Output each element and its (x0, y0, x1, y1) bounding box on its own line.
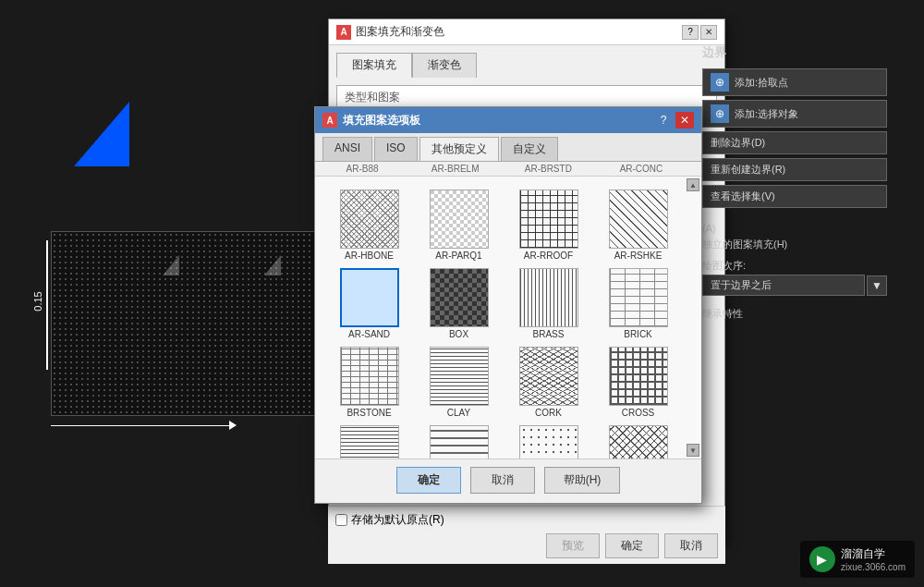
inner-help-btn[interactable]: 帮助(H) (544, 467, 621, 494)
draw-order-dropdown-arrow[interactable]: ▼ (867, 275, 887, 296)
pattern-ar-parq1[interactable]: AR-PARQ1 (416, 188, 502, 263)
header-ar-brelm: AR-BRELM (414, 164, 497, 174)
boundary-panel: 边界 ⊕ 添加:拾取点 ⊕ 添加:选择对象 删除边界(D) 重新创建边界(R) … (702, 44, 887, 324)
pattern-img-brass (519, 268, 578, 327)
inner-tab-ansi[interactable]: ANSI (322, 137, 372, 161)
preview-button[interactable]: 预览 (546, 533, 600, 558)
add-select-icon: ⊕ (711, 104, 729, 123)
pattern-header-row: AR-B88 AR-BRELM AR-BRSTD AR-CONC (315, 162, 701, 177)
pattern-ar-rroof[interactable]: AR-RROOF (505, 188, 591, 263)
cad-arrow-line (51, 425, 236, 426)
view-selection-button[interactable]: 查看选择集(V) (702, 185, 887, 208)
pattern-dolmit[interactable]: DOLMIT (416, 423, 502, 459)
hatch-dots-pattern (52, 232, 336, 415)
pattern-ar-hbone[interactable]: AR-HBONE (326, 188, 412, 263)
pattern-img-ar-parq1 (430, 190, 489, 249)
header-ar-b88: AR-B88 (321, 164, 404, 174)
pattern-ar-sand[interactable]: AR-SAND (326, 266, 412, 341)
default-origin-label: 存储为默认原点(R) (351, 512, 444, 528)
pattern-img-dots (519, 425, 578, 459)
add-select-object-button[interactable]: ⊕ 添加:选择对象 (702, 100, 887, 128)
inner-dialog-titlebar: A 填充图案选项板 ? ✕ (315, 107, 701, 133)
watermark-icon: ▶ (809, 546, 835, 572)
watermark-text-block: 溜溜自学 zixue.3066.com (841, 546, 906, 572)
recreate-boundary-button[interactable]: 重新创建边界(R) (702, 158, 887, 181)
outer-bottom-buttons: 预览 确定 取消 (335, 533, 718, 558)
outer-confirm-button[interactable]: 确定 (605, 533, 659, 558)
remove-boundary-button[interactable]: 删除边界(D) (702, 131, 887, 154)
pattern-img-ar-hbone (340, 190, 399, 249)
pattern-label-ar-parq1: AR-PARQ1 (435, 251, 481, 261)
pattern-img-cross (609, 347, 668, 406)
pattern-img-dolmit (430, 425, 489, 459)
pattern-label-brass: BRASS (533, 329, 565, 339)
outer-titlebar-left: A 图案填充和渐变色 (336, 24, 444, 40)
pattern-grid-scroll[interactable]: AR-HBONE AR-PARQ1 AR-RROOF AR-RSHKE (315, 177, 701, 459)
pattern-label-ar-rroof: AR-RROOF (524, 251, 573, 261)
outer-help-button[interactable]: ? (682, 25, 699, 40)
pattern-brass[interactable]: BRASS (505, 266, 591, 341)
add-pickup-icon: ⊕ (711, 73, 729, 92)
section-a-label: (A) (702, 223, 887, 234)
pattern-img-brstone (340, 347, 399, 406)
pattern-ar-rshke[interactable]: AR-RSHKE (595, 188, 681, 263)
pattern-img-ar-rshke (609, 190, 668, 249)
pattern-img-cork (519, 347, 578, 406)
pattern-dots[interactable]: DOTS (505, 423, 591, 459)
pattern-brick[interactable]: BRICK (595, 266, 681, 341)
tab-hatch[interactable]: 图案填充 (336, 53, 412, 78)
remove-boundary-label: 删除边界(D) (711, 136, 765, 150)
outer-dialog-bottom: 存储为默认原点(R) 预览 确定 取消 (328, 506, 725, 564)
default-origin-checkbox[interactable] (335, 514, 347, 526)
inner-dialog-buttons: 确定 取消 帮助(H) (315, 459, 701, 501)
pattern-img-ar-sand (340, 268, 399, 327)
inner-tab-other[interactable]: 其他预定义 (419, 137, 499, 161)
independent-hatch-label: 独立的图案填充(H) (702, 238, 887, 251)
inner-close-button[interactable]: ✕ (675, 112, 694, 128)
inner-help-button[interactable]: ? (654, 112, 673, 128)
pattern-clay[interactable]: CLAY (416, 345, 502, 420)
inner-dialog-title: 填充图案选项板 (343, 113, 420, 128)
pattern-label-cross: CROSS (622, 408, 655, 418)
pattern-grid: AR-HBONE AR-PARQ1 AR-RROOF AR-RSHKE (321, 182, 687, 459)
watermark: ▶ 溜溜自学 zixue.3066.com (800, 541, 915, 578)
inner-tab-iso[interactable]: ISO (374, 137, 418, 161)
add-select-label: 添加:选择对象 (735, 107, 798, 121)
pattern-dash[interactable]: DASH (326, 423, 412, 459)
outer-tabs-row: 图案填充 渐变色 (336, 53, 717, 78)
pattern-box[interactable]: BOX (416, 266, 502, 341)
cad-hatch-rectangle (51, 231, 337, 416)
inner-cancel-button[interactable]: 取消 (470, 467, 535, 494)
pattern-label-clay: CLAY (447, 408, 470, 418)
inner-titlebar-buttons: ? ✕ (654, 112, 694, 128)
pattern-scroll-area: AR-HBONE AR-PARQ1 AR-RROOF AR-RSHKE (315, 177, 701, 459)
pattern-img-earth (609, 425, 668, 459)
draw-order-select[interactable]: 置于边界之后 (702, 275, 865, 296)
pattern-label-box: BOX (449, 329, 468, 339)
inner-app-icon: A (322, 113, 337, 128)
view-selection-label: 查看选择集(V) (711, 190, 775, 203)
pattern-cross[interactable]: CROSS (595, 345, 681, 420)
outer-cancel-button[interactable]: 取消 (664, 533, 718, 558)
pattern-label-ar-hbone: AR-HBONE (345, 251, 394, 261)
outer-close-button[interactable]: ✕ (700, 25, 717, 40)
scroll-up-arrow[interactable]: ▲ (687, 178, 699, 191)
tab-gradient[interactable]: 渐变色 (412, 53, 477, 78)
inner-confirm-button[interactable]: 确定 (396, 467, 461, 494)
scroll-down-arrow[interactable]: ▼ (687, 444, 699, 457)
pattern-earth[interactable]: EARTH (595, 423, 681, 459)
pattern-label-cork: CORK (535, 408, 562, 418)
draw-order-label: 绘图次序: (702, 259, 887, 273)
inner-tab-custom[interactable]: 自定义 (501, 137, 558, 161)
watermark-brand-name: 溜溜自学 (841, 546, 906, 562)
checkbox-row: 存储为默认原点(R) (335, 512, 718, 528)
pattern-brstone[interactable]: BRSTONE (326, 345, 412, 420)
inherit-title-label: 继承特性 (702, 307, 887, 321)
pattern-img-ar-rroof (519, 190, 578, 249)
pattern-cork[interactable]: CORK (505, 345, 591, 420)
add-pickup-label: 添加:拾取点 (735, 76, 788, 90)
header-ar-brstd: AR-BRSTD (506, 164, 590, 174)
inner-dialog: A 填充图案选项板 ? ✕ ANSI ISO 其他预定义 自定义 AR-B88 … (314, 106, 702, 504)
cad-arrow-head (229, 421, 237, 430)
add-pickup-point-button[interactable]: ⊕ 添加:拾取点 (702, 68, 887, 96)
